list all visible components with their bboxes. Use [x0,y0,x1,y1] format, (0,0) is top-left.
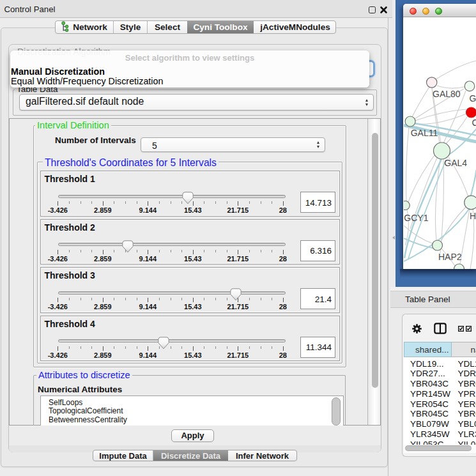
svg-text:GAL4: GAL4 [444,158,467,168]
svg-text:H: H [470,211,476,221]
svg-text:GAL11: GAL11 [410,128,438,138]
svg-text:GA: GA [469,93,476,104]
svg-text:C: C [472,118,476,128]
svg-text:HAP2: HAP2 [438,252,462,262]
svg-text:GCY1: GCY1 [404,213,428,223]
svg-text:GAL80: GAL80 [433,89,461,99]
